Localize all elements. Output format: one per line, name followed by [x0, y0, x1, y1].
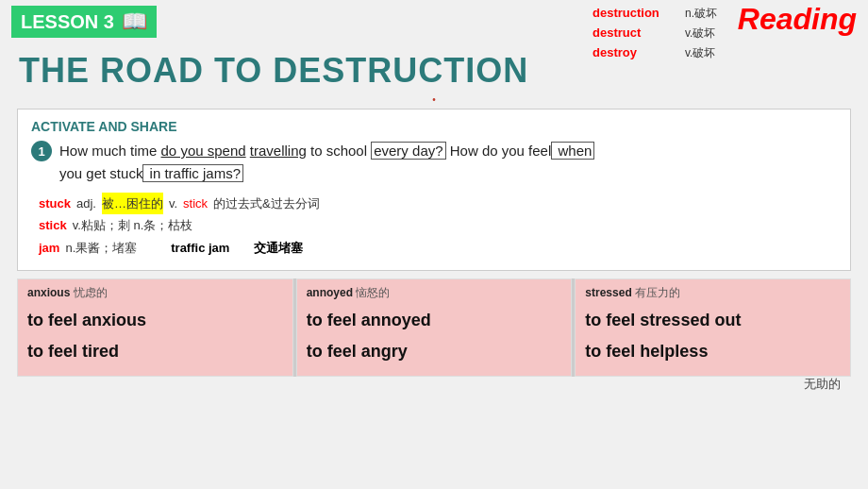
anxious-label: anxious 忧虑的 [27, 285, 283, 301]
annoyed-phrase2: to feel angry [307, 336, 562, 366]
highlight-traffic: in traffic jams? [142, 164, 243, 182]
vocab-word-destruction: destruction [593, 4, 677, 24]
emotion-section: anxious 忧虑的 to feel anxious to feel tire… [17, 278, 851, 377]
annoyed-label: annoyed 恼怒的 [307, 285, 562, 301]
reading-label: Reading [738, 2, 857, 37]
book-icon: 📖 [122, 9, 147, 34]
vocab-row-1: destruction n.破坏 [593, 4, 717, 24]
annoyed-cn: 恼怒的 [356, 286, 390, 299]
vocab-stick-def: v.粘贴；刺 n.条；枯枝 [73, 214, 193, 236]
underline-1: do you spend [161, 143, 246, 159]
vocab-pos-destruct: v.破坏 [685, 25, 715, 42]
vocab-pos-destroy: v.破坏 [685, 44, 715, 62]
vocab-stuck-extra: 的过去式&过去分词 [213, 193, 320, 214]
vocab-word-destroy: destroy [593, 43, 677, 63]
emotion-panel-annoyed: annoyed 恼怒的 to feel annoyed to feel angr… [296, 278, 573, 377]
dot-decoration: • [0, 94, 868, 109]
activate-title: ACTIVATE AND SHARE [31, 119, 837, 134]
vocab-jam: jam [39, 237, 59, 259]
stressed-label: stressed 有压力的 [585, 285, 841, 301]
vocab-stick-row: stick v.粘贴；刺 n.条；枯枝 [39, 214, 837, 236]
annoyed-phrase1: to feel annoyed [307, 305, 562, 335]
emotion-panel-anxious: anxious 忧虑的 to feel anxious to feel tire… [17, 278, 293, 377]
lesson-label: LESSON 3 [21, 11, 114, 33]
header: LESSON 3 📖 destruction n.破坏 destruct v.破… [0, 0, 868, 43]
anxious-phrase2: to feel tired [27, 336, 283, 366]
vocab-word-destruct: destruct [593, 24, 677, 43]
stressed-phrase1: to feel stressed out [585, 305, 841, 335]
underline-2: travelling [250, 143, 307, 159]
annoyed-word: annoyed [307, 286, 353, 299]
vocab-stuck-pos: adj. [76, 193, 96, 214]
question-number: 1 [31, 141, 52, 161]
vocab-row-3: destroy v.破坏 [593, 43, 717, 63]
question-row: 1 How much time do you spend travelling … [31, 140, 837, 185]
stressed-phrase2: to feel helpless [585, 336, 841, 366]
vocab-top-right: destruction n.破坏 destruct v.破坏 destroy v… [593, 4, 717, 62]
main-title: THE ROAD TO DESTRUCTION [0, 43, 868, 94]
vocab-notes: stuck adj. 被…困住的 v. stick 的过去式&过去分词 stic… [31, 193, 837, 259]
vocab-stick-ref: stick [183, 193, 208, 214]
highlight-everyday: every day? [371, 142, 445, 160]
vocab-jam-row: jam n.果酱；堵塞 traffic jam 交通堵塞 [39, 237, 837, 259]
traffic-jam-en: traffic jam [171, 237, 229, 259]
anxious-word: anxious [27, 286, 70, 299]
vocab-stuck: stuck [39, 193, 71, 214]
stressed-word: stressed [585, 286, 631, 299]
anxious-phrase1: to feel anxious [27, 305, 283, 335]
vocab-stuck-row: stuck adj. 被…困住的 v. stick 的过去式&过去分词 [39, 193, 837, 214]
anxious-cn: 忧虑的 [74, 286, 108, 299]
lesson-badge: LESSON 3 📖 [11, 6, 157, 38]
activate-box: ACTIVATE AND SHARE 1 How much time do yo… [17, 109, 851, 271]
highlight-when: when [551, 142, 594, 160]
vocab-pos-destruction: n.破坏 [685, 5, 717, 23]
stressed-cn: 有压力的 [635, 286, 680, 299]
vocab-row-2: destruct v.破坏 [593, 24, 717, 43]
emotion-panel-stressed: stressed 有压力的 to feel stressed out to fe… [575, 278, 851, 377]
vocab-stuck-def: 被…困住的 [102, 193, 163, 214]
traffic-jam-cn: 交通堵塞 [254, 237, 303, 259]
vocab-stick: stick [39, 214, 67, 236]
vocab-stuck-v: v. [169, 193, 177, 214]
vocab-jam-def: n.果酱；堵塞 [65, 237, 137, 259]
helpless-note: 无助的 [804, 376, 841, 393]
question-text: How much time do you spend travelling to… [59, 140, 594, 185]
